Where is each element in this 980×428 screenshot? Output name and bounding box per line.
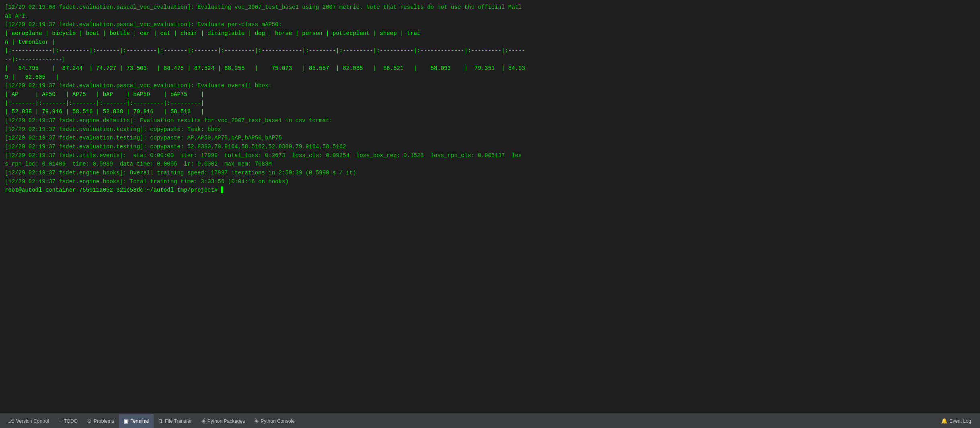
- event-log-button[interactable]: 🔔 Event Log: [935, 414, 977, 428]
- status-item-label: Version Control: [16, 418, 49, 424]
- terminal-line: s_rpn_loc: 0.01406 time: 0.5989 data_tim…: [5, 160, 975, 169]
- status-item-icon: ◈: [255, 418, 259, 424]
- event-log-label: Event Log: [949, 418, 971, 424]
- status-item-icon: ⎇: [8, 418, 14, 424]
- terminal-line: [12/29 02:19:37 fsdet.evaluation.pascal_…: [5, 82, 975, 90]
- terminal-line: ab API.: [5, 12, 975, 21]
- status-item-icon: ▣: [124, 418, 129, 424]
- status-item-label: TODO: [64, 418, 78, 424]
- status-item-label: Python Console: [261, 418, 295, 424]
- terminal-line: --|:-------------|: [5, 55, 975, 64]
- terminal-line: |:------------|:---------|:-------|:----…: [5, 47, 975, 55]
- terminal-line: | aeroplane | bicycle | boat | bottle | …: [5, 29, 975, 38]
- status-bar-item-python-packages[interactable]: ◈ Python Packages: [197, 414, 250, 428]
- status-bar-item-problems[interactable]: ⊙ Problems: [82, 414, 119, 428]
- status-bar-item-terminal[interactable]: ▣ Terminal: [119, 414, 154, 428]
- terminal-line: | 52.838 | 79.916 | 58.516 | 52.838 | 79…: [5, 108, 975, 117]
- status-bar-item-python-console[interactable]: ◈ Python Console: [250, 414, 300, 428]
- status-item-icon: ◈: [201, 418, 205, 424]
- status-item-label: File Transfer: [165, 418, 192, 424]
- terminal-line: [12/29 02:19:37 fsdet.evaluation.testing…: [5, 125, 975, 134]
- status-item-label: Terminal: [131, 418, 149, 424]
- terminal-line: [12/29 02:19:08 fsdet.evaluation.pascal_…: [5, 3, 975, 12]
- status-items: ⎇ Version Control≡ TODO⊙ Problems▣ Termi…: [3, 414, 300, 428]
- status-bar-item-file-transfer[interactable]: ⇅ File Transfer: [154, 414, 197, 428]
- terminal-line: [12/29 02:19:37 fsdet.engine.hooks]: Ove…: [5, 169, 975, 178]
- terminal-output: [12/29 02:19:08 fsdet.evaluation.pascal_…: [0, 0, 980, 414]
- terminal-line: |:-------|:-------|:-------|:-------|:--…: [5, 99, 975, 108]
- terminal-line: | AP | AP50 | AP75 | bAP | bAP50 | bAP75…: [5, 90, 975, 99]
- event-log-icon: 🔔: [941, 418, 947, 424]
- status-item-label: Problems: [94, 418, 114, 424]
- terminal-line: [12/29 02:19:37 fsdet.engine.defaults]: …: [5, 117, 975, 125]
- terminal-line: [12/29 02:19:37 fsdet.engine.hooks]: Tot…: [5, 178, 975, 186]
- terminal-line: [12/29 02:19:37 fsdet.evaluation.pascal_…: [5, 20, 975, 29]
- status-bar-item-version-control[interactable]: ⎇ Version Control: [3, 414, 54, 428]
- status-item-icon: ≡: [59, 418, 62, 424]
- terminal-line: [12/29 02:19:37 fsdet.evaluation.testing…: [5, 143, 975, 152]
- terminal-line: 9 | 82.605 |: [5, 73, 975, 82]
- terminal-line: root@autodl-container-755011a052-321c58d…: [5, 186, 975, 195]
- status-item-icon: ⇅: [158, 418, 163, 424]
- terminal-line: [12/29 02:19:37 fsdet.utils.events]: eta…: [5, 152, 975, 160]
- terminal-line: | 84.795 | 87.244 | 74.727 | 73.503 | 88…: [5, 64, 975, 73]
- terminal-line: [12/29 02:19:37 fsdet.evaluation.testing…: [5, 134, 975, 143]
- terminal-line: n | tvmonitor |: [5, 38, 975, 47]
- status-bar: ⎇ Version Control≡ TODO⊙ Problems▣ Termi…: [0, 414, 980, 428]
- status-bar-right: 🔔 Event Log: [935, 414, 977, 428]
- status-item-icon: ⊙: [87, 418, 92, 424]
- status-bar-item-todo[interactable]: ≡ TODO: [54, 414, 82, 428]
- status-item-label: Python Packages: [208, 418, 245, 424]
